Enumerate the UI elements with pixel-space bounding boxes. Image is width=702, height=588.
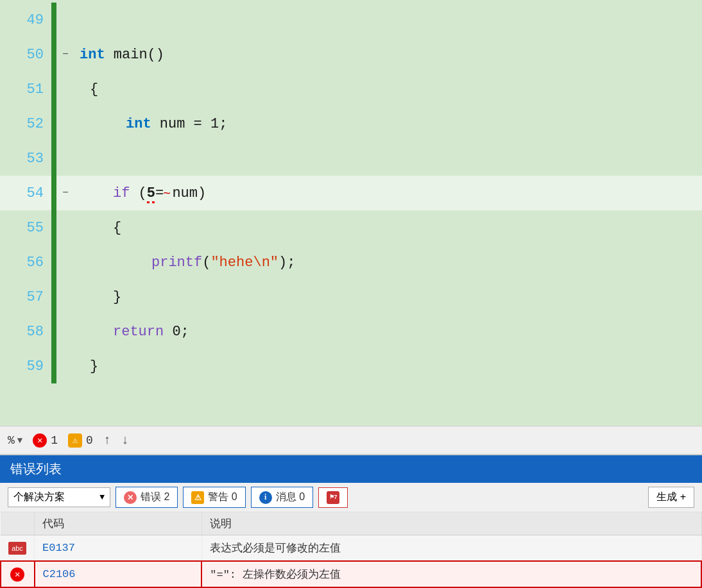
error-icon: ✕: [33, 433, 47, 448]
nav-down-button[interactable]: ↓: [121, 433, 129, 448]
var-num: num = 1;: [160, 116, 228, 132]
col-sort-desc: 说明: [210, 516, 694, 531]
zoom-control[interactable]: % ▼: [8, 434, 22, 447]
brace-open-55: {: [113, 220, 121, 236]
return-val: 0;: [172, 324, 189, 340]
col-desc-header[interactable]: 说明: [201, 512, 701, 535]
error-filter-button[interactable]: ✕ 错误 2: [116, 487, 178, 508]
error-panel-toolbar: 个解决方案 ▼ ✕ 错误 2 ⚠ 警告 0 i 消息 0 ⚑7 生成 +: [0, 483, 702, 512]
code-line-52: 52 int num = 1;: [0, 106, 702, 141]
col-code-header[interactable]: 代码: [35, 512, 202, 535]
warning-filter-button[interactable]: ⚠ 警告 0: [183, 487, 245, 508]
line-number-49: 49: [0, 12, 51, 28]
row-code-cell-2: C2106: [35, 561, 202, 587]
code-editor: 49 50 − int main() 51 { 52: [0, 0, 702, 426]
green-bar-51: [51, 72, 56, 106]
special-filter-button[interactable]: ⚑7: [318, 487, 348, 508]
code-line-53: 53: [0, 141, 702, 176]
error-code-link-2[interactable]: C2106: [43, 568, 76, 580]
code-line-51: 51 {: [0, 72, 702, 106]
code-content-52: int num = 1;: [74, 116, 702, 132]
table-row[interactable]: ✕ C2106 "=": 左操作数必须为左值: [1, 561, 701, 587]
col-sort-code: 代码: [42, 516, 194, 531]
row-desc-cell-1: 表达式必须是可修改的左值: [201, 535, 701, 562]
code-line-57: 57 }: [0, 280, 702, 314]
info-filter-icon: i: [259, 491, 272, 504]
num-5: 5: [147, 185, 155, 201]
code-line-50: 50 − int main(): [0, 37, 702, 72]
code-line-56: 56 printf("hehe\n");: [0, 245, 702, 280]
collapse-54[interactable]: −: [56, 187, 74, 199]
row-error-icon: ✕: [10, 567, 24, 582]
fn-printf: printf: [151, 255, 202, 271]
green-bar-58: [51, 314, 56, 349]
line-number-56: 56: [0, 255, 51, 271]
line-number-53: 53: [0, 151, 51, 167]
paren-printf: (: [202, 255, 210, 271]
error-table: 代码 说明 abc E0137 表达式必须是可修改的左值: [0, 512, 702, 588]
error-filter-label: 错误 2: [141, 491, 169, 504]
status-bar: % ▼ ✕ 1 ⚠ 0 ↑ ↓: [0, 426, 702, 454]
brace-close-59: }: [90, 358, 98, 374]
green-bar-54: [51, 176, 56, 210]
row-abc-icon: abc: [8, 542, 26, 555]
error-code-link-1[interactable]: E0137: [42, 542, 75, 554]
error-number-5: 5: [147, 185, 155, 201]
row-icon-cell-1: abc: [1, 535, 35, 562]
paren-close-printf: );: [278, 255, 295, 271]
keyword-return: return: [113, 324, 164, 340]
solution-dropdown[interactable]: 个解决方案 ▼: [8, 487, 110, 507]
error-panel-header: 错误列表: [0, 455, 702, 483]
zoom-label: %: [8, 434, 15, 447]
zoom-dropdown-icon[interactable]: ▼: [17, 435, 22, 446]
line-number-58: 58: [0, 324, 51, 340]
line-number-59: 59: [0, 358, 51, 374]
code-content-54: if (5 = num) ~: [74, 185, 702, 201]
green-bar-50: [51, 37, 56, 72]
solution-label: 个解决方案: [13, 491, 65, 504]
warning-icon: ⚠: [68, 433, 82, 448]
row-desc-cell-2: "=": 左操作数必须为左值: [201, 561, 701, 587]
col-code-label: 代码: [42, 516, 64, 531]
error-panel: 错误列表 个解决方案 ▼ ✕ 错误 2 ⚠ 警告 0 i 消息 0 ⚑7 生成 …: [0, 454, 702, 588]
line-number-51: 51: [0, 81, 51, 97]
row-code-cell-1: E0137: [35, 535, 202, 562]
warning-count-badge: ⚠ 0: [68, 433, 93, 448]
generate-button[interactable]: 生成 +: [648, 487, 694, 508]
code-content-58: return 0;: [74, 324, 702, 340]
green-bar-57: [51, 280, 56, 314]
col-desc-label: 说明: [210, 516, 232, 531]
green-bar-53: [51, 141, 56, 176]
collapse-50[interactable]: −: [56, 49, 74, 60]
code-line-59: 59 }: [0, 349, 702, 383]
code-line-55: 55 {: [0, 210, 702, 245]
nav-up-button[interactable]: ↑: [103, 433, 111, 448]
table-row[interactable]: abc E0137 表达式必须是可修改的左值: [1, 535, 701, 562]
line-number-55: 55: [0, 220, 51, 236]
code-line-49: 49: [0, 3, 702, 37]
warning-filter-label: 警告 0: [208, 491, 237, 504]
tilde-error: ~: [163, 188, 171, 201]
error-count-badge: ✕ 1: [33, 433, 58, 448]
keyword-if: if: [113, 185, 130, 201]
code-content-51: {: [74, 81, 702, 97]
error-filter-icon: ✕: [124, 491, 137, 504]
warning-count: 0: [86, 434, 93, 447]
green-bar-55: [51, 210, 56, 245]
info-filter-button[interactable]: i 消息 0: [251, 487, 313, 508]
generate-label: 生成 +: [656, 491, 686, 502]
special-filter-icon: ⚑7: [327, 491, 339, 504]
green-bar-59: [51, 349, 56, 383]
code-content-59: }: [74, 358, 702, 374]
code-content-57: }: [74, 289, 702, 305]
green-bar-52: [51, 106, 56, 141]
code-lines: 49 50 − int main() 51 { 52: [0, 0, 702, 426]
error-panel-title: 错误列表: [10, 462, 62, 477]
brace-close-57: }: [113, 289, 121, 305]
code-line-58: 58 return 0;: [0, 314, 702, 349]
line-number-54: 54: [0, 185, 51, 201]
info-filter-label: 消息 0: [276, 491, 305, 504]
keyword-int-50: int: [80, 47, 105, 63]
code-content-55: {: [74, 220, 702, 236]
code-content-50: int main(): [74, 47, 702, 63]
